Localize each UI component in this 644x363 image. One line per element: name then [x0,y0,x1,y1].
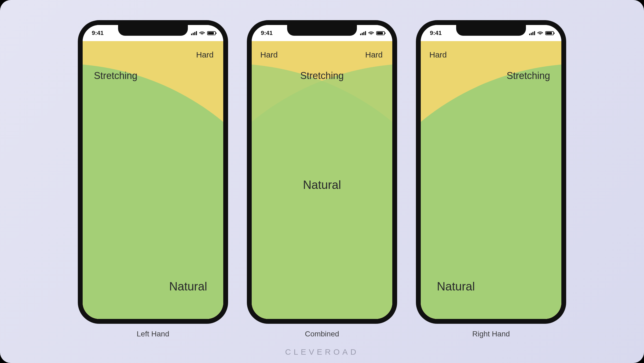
status-icons [191,31,216,35]
wifi-icon [537,31,543,35]
phone-notch [456,24,526,36]
label-stretching: Stretching [300,70,344,81]
label-natural: Natural [303,178,341,192]
battery-icon [376,31,385,35]
phone-right-hand: 9:41 Hard Stretching Natura [416,20,566,324]
phone-col-left: 9:41 Hard Stretching Natura [78,20,228,338]
battery-icon [207,31,216,35]
diagram-canvas: 9:41 Hard Stretching Natura [0,0,644,363]
status-time: 9:41 [430,30,442,37]
brand-watermark: CLEVEROAD [0,347,644,357]
label-stretching: Stretching [94,70,137,81]
thumb-zones-left [83,41,223,319]
label-hard-right: Hard [365,50,383,59]
thumb-zones-right [421,41,561,319]
phone-left-hand: 9:41 Hard Stretching Natura [78,20,228,324]
status-time: 9:41 [92,30,104,37]
status-icons [360,31,385,35]
caption-combined: Combined [305,330,339,338]
phone-combined: 9:41 Hard Har [247,20,397,324]
status-time: 9:41 [261,30,273,37]
status-icons [529,31,554,35]
battery-icon [545,31,554,35]
caption-right: Right Hand [472,330,510,338]
label-hard: Hard [429,50,447,59]
label-natural: Natural [169,280,207,293]
wifi-icon [199,31,205,35]
label-natural: Natural [437,280,475,293]
label-hard-left: Hard [260,50,278,59]
cellular-icon [360,31,366,35]
phone-notch [287,24,357,36]
phones-row: 9:41 Hard Stretching Natura [0,20,644,338]
phone-col-right: 9:41 Hard Stretching Natura [416,20,566,338]
phone-col-combined: 9:41 Hard Har [247,20,397,338]
label-hard: Hard [196,50,214,59]
wifi-icon [368,31,374,35]
label-stretching: Stretching [507,70,550,81]
phone-notch [118,24,188,36]
caption-left: Left Hand [137,330,169,338]
cellular-icon [529,31,535,35]
cellular-icon [191,31,197,35]
